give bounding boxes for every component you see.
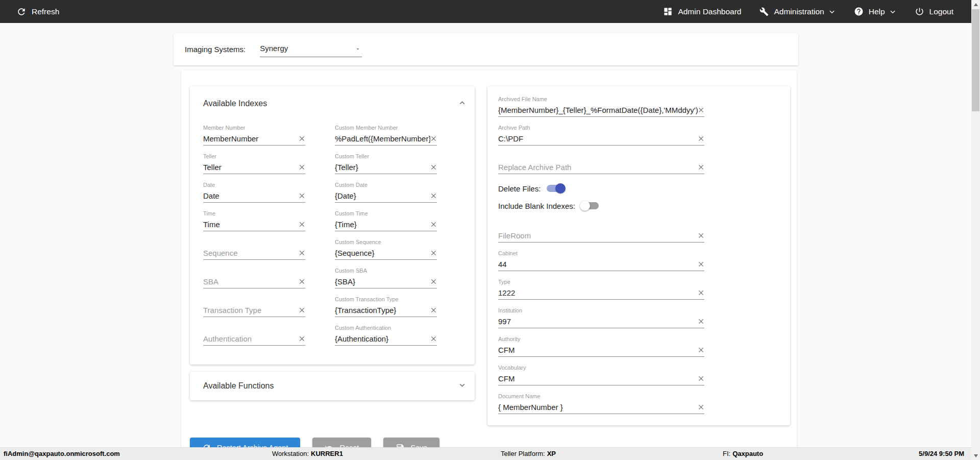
- field-placeholder: Transaction Type: [203, 306, 263, 314]
- administration-menu[interactable]: Administration: [760, 7, 835, 16]
- available-functions-header[interactable]: Available Functions: [190, 372, 475, 400]
- field-label: Custom Sequence: [335, 239, 437, 246]
- clear-icon[interactable]: [299, 192, 305, 199]
- field-label: Custom Transaction Type: [335, 296, 437, 303]
- clear-icon[interactable]: [299, 164, 305, 171]
- help-label: Help: [869, 7, 885, 16]
- clear-icon[interactable]: [430, 221, 437, 228]
- logout-label: Logout: [929, 7, 953, 16]
- field-placeholder: FileRoom: [498, 231, 533, 240]
- scroll-down-arrow[interactable]: [971, 451, 980, 460]
- field-custom-time: Custom Time {Time}: [335, 210, 437, 231]
- field-transaction-type: Transaction Type: [203, 296, 305, 317]
- chevron-down-icon[interactable]: [458, 381, 467, 392]
- clear-icon[interactable]: [430, 250, 437, 256]
- custom-transaction-type-input[interactable]: {TransactionType}: [335, 303, 437, 317]
- clear-icon[interactable]: [698, 347, 704, 353]
- clear-icon[interactable]: [698, 375, 704, 382]
- vocabulary-input[interactable]: CFM: [498, 372, 704, 385]
- field-custom-member-number: Custom Member Number %PadLeft({MemberNum…: [335, 125, 437, 146]
- field-custom-authentication: Custom Authentication {Authentication}: [335, 325, 437, 346]
- time-input[interactable]: Time: [203, 217, 305, 231]
- field-value: {Date}: [335, 191, 358, 200]
- clear-icon[interactable]: [698, 164, 704, 171]
- field-date: Date Date: [203, 182, 305, 203]
- sba-input[interactable]: SBA: [203, 275, 305, 288]
- clear-icon[interactable]: [299, 278, 305, 285]
- field-label: [203, 296, 305, 303]
- field-value: {Time}: [335, 220, 359, 229]
- clear-icon[interactable]: [430, 278, 437, 285]
- fileroom-input[interactable]: FileRoom: [498, 229, 704, 243]
- vertical-scrollbar[interactable]: [971, 0, 980, 460]
- clear-icon[interactable]: [299, 250, 305, 256]
- field-authority: Authority CFM: [498, 336, 704, 357]
- field-label: Custom Time: [335, 210, 437, 217]
- clear-icon[interactable]: [698, 261, 704, 268]
- field-sba: SBA: [203, 268, 305, 288]
- institution-input[interactable]: 997: [498, 314, 704, 328]
- custom-member-number-input[interactable]: %PadLeft({MemberNumber},: [335, 132, 437, 146]
- clear-icon[interactable]: [299, 221, 305, 228]
- archive-path-input[interactable]: C:\PDF: [498, 132, 704, 146]
- field-value: %PadLeft({MemberNumber},: [335, 134, 430, 143]
- custom-authentication-input[interactable]: {Authentication}: [335, 332, 437, 346]
- clear-icon[interactable]: [430, 335, 437, 342]
- clear-icon[interactable]: [698, 318, 704, 325]
- clear-icon[interactable]: [698, 135, 704, 142]
- scrollbar-thumb[interactable]: [972, 9, 979, 111]
- custom-sba-input[interactable]: {SBA}: [335, 275, 437, 288]
- help-menu[interactable]: Help: [854, 7, 896, 16]
- replace-archive-path-input[interactable]: Replace Archive Path: [498, 160, 704, 174]
- clear-icon[interactable]: [430, 135, 437, 142]
- field-value: Time: [203, 220, 222, 229]
- type-input[interactable]: 1222: [498, 286, 704, 300]
- field-value: {MemberNumber}_{Teller}_%FormatDate({Dat…: [498, 106, 698, 114]
- delete-files-label: Delete Files:: [498, 184, 541, 193]
- custom-sequence-input[interactable]: {Sequence}: [335, 246, 437, 260]
- help-icon: [854, 7, 864, 16]
- admin-dashboard-button[interactable]: Admin Dashboard: [663, 7, 741, 16]
- imaging-systems-select[interactable]: Synergy: [260, 42, 362, 57]
- member-number-input[interactable]: MemberNumber: [203, 132, 305, 146]
- document-name-input[interactable]: { MemberNumber }: [498, 400, 704, 414]
- indexes-fields-grid: Member Number MemberNumber Custom Member…: [203, 125, 437, 346]
- logout-button[interactable]: Logout: [915, 7, 953, 16]
- date-input[interactable]: Date: [203, 189, 305, 203]
- clear-icon[interactable]: [430, 192, 437, 199]
- clear-icon[interactable]: [430, 164, 437, 171]
- custom-teller-input[interactable]: {Teller}: [335, 160, 437, 174]
- transaction-type-input[interactable]: Transaction Type: [203, 303, 305, 317]
- chevron-up-icon[interactable]: [458, 99, 467, 109]
- delete-files-toggle[interactable]: [547, 185, 564, 192]
- field-label: Archive Path: [498, 125, 704, 132]
- scroll-up-arrow[interactable]: [971, 0, 980, 9]
- clear-icon[interactable]: [299, 307, 305, 313]
- field-custom-sequence: Custom Sequence {Sequence}: [335, 239, 437, 260]
- custom-date-input[interactable]: {Date}: [335, 189, 437, 203]
- field-value: MemberNumber: [203, 134, 260, 143]
- clear-icon[interactable]: [698, 232, 704, 239]
- clear-icon[interactable]: [698, 404, 704, 410]
- clear-icon[interactable]: [698, 289, 704, 296]
- field-archive-path: Archive Path C:\PDF: [498, 125, 704, 146]
- field-label: [498, 222, 704, 229]
- clear-icon[interactable]: [299, 335, 305, 342]
- authority-input[interactable]: CFM: [498, 343, 704, 357]
- sequence-input[interactable]: Sequence: [203, 246, 305, 260]
- include-blank-indexes-toggle[interactable]: [581, 202, 599, 209]
- top-navbar: Refresh Admin Dashboard Administration: [0, 0, 980, 23]
- field-teller: Teller Teller: [203, 153, 305, 174]
- workstation-status: Workstation:KURRER1: [272, 450, 343, 457]
- custom-time-input[interactable]: {Time}: [335, 217, 437, 231]
- teller-input[interactable]: Teller: [203, 160, 305, 174]
- available-indexes-header[interactable]: Available Indexes: [203, 98, 467, 110]
- authentication-input[interactable]: Authentication: [203, 332, 305, 346]
- clear-icon[interactable]: [698, 107, 704, 113]
- clear-icon[interactable]: [430, 307, 437, 313]
- cabinet-input[interactable]: 44: [498, 257, 704, 271]
- archived-file-name-input[interactable]: {MemberNumber}_{Teller}_%FormatDate({Dat…: [498, 103, 704, 117]
- refresh-button[interactable]: Refresh: [16, 7, 59, 17]
- workstation-value: KURRER1: [311, 450, 343, 457]
- clear-icon[interactable]: [299, 135, 305, 142]
